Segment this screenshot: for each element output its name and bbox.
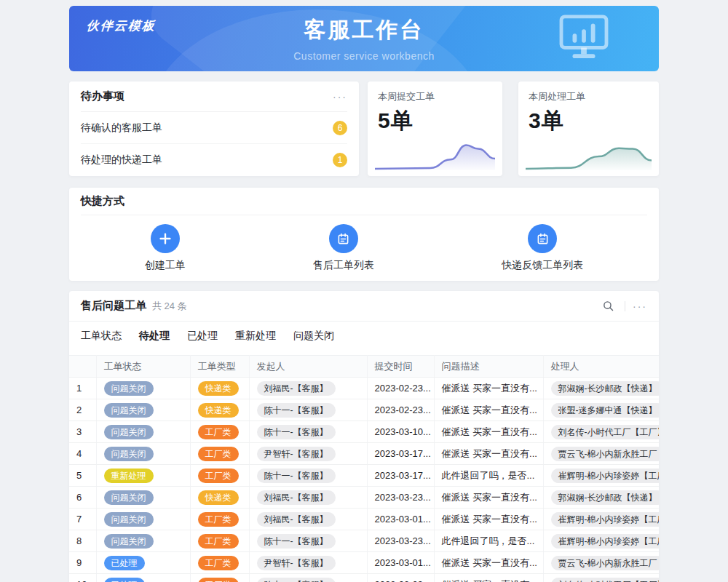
table-row[interactable]: 4问题关闭工厂类尹智轩-【客服】2023-03-17...催派送 买家一直没有.… (69, 443, 659, 465)
cell-description: 此件退回了吗，是否... (434, 465, 543, 487)
worklist-icon (528, 224, 557, 253)
todo-item[interactable]: 待处理的快递工单1 (81, 144, 347, 176)
cell-status: 已处理 (96, 552, 190, 574)
filter-option-重新处理[interactable]: 重新处理 (235, 330, 276, 341)
type-pill: 快递类 (198, 490, 239, 505)
person-pill: 尹智轩-【客服】 (257, 447, 336, 461)
type-pill: 工厂类 (198, 578, 239, 582)
person-pill: 刘名传-小时代工厂【工厂】 (551, 425, 660, 439)
column-header: 发起人 (249, 356, 367, 378)
worklist-icon (329, 224, 358, 253)
cell-creator: 陈十一-【客服】 (249, 421, 367, 443)
table-row[interactable]: 6问题关闭快递类刘福民-【客服】2023-03-23...催派送 买家一直没有.… (69, 487, 659, 509)
cell-description: 催派送 买家一直没有... (434, 378, 543, 399)
table-row[interactable]: 9已处理工厂类尹智轩-【客服】2023-03-01...催派送 买家一直没有..… (69, 552, 659, 574)
shortcut-快递反馈工单列表[interactable]: 快递反馈工单列表 (502, 224, 583, 272)
todo-item-label: 待处理的快递工单 (81, 154, 162, 167)
cell-status: 问题关闭 (96, 509, 190, 530)
person-pill: 崔辉明-棉小内珍姿婷【工厂】 (551, 469, 660, 483)
cell-description: 催派送 买家一直没有... (434, 552, 543, 574)
person-pill: 崔辉明-棉小内珍姿婷【工厂】 (551, 534, 660, 549)
stat-label: 本周处理工单 (529, 90, 649, 103)
todo-card: 待办事项 ··· 待确认的客服工单6待处理的快递工单1 (69, 81, 359, 176)
cell-handler: 刘名传-小时代工厂【工厂】 (543, 574, 659, 582)
row-index: 5 (69, 465, 96, 487)
worksheet-table: 工单状态工单类型发起人提交时间问题描述处理人 1问题关闭快递类刘福民-【客服】2… (69, 355, 659, 582)
table-row[interactable]: 10已处理工厂类陈十一-【客服】2023-03-09...催派送 买家一直没有.… (69, 574, 659, 582)
divider (625, 301, 625, 311)
cell-creator: 陈十一-【客服】 (249, 465, 367, 487)
trend-sparkline (526, 137, 652, 172)
cell-submit-time: 2023-03-23... (367, 530, 434, 552)
more-icon[interactable]: ··· (633, 301, 647, 311)
shortcut-label: 快递反馈工单列表 (502, 259, 583, 272)
status-pill: 已处理 (104, 578, 145, 582)
row-index: 10 (69, 574, 96, 582)
todo-card-header: 待办事项 ··· (81, 81, 347, 112)
person-pill: 张盟-迷多娜中通【快递】 (551, 403, 660, 418)
cell-status: 问题关闭 (96, 421, 190, 443)
status-pill: 问题关闭 (104, 381, 154, 396)
filter-option-待处理[interactable]: 待处理 (139, 330, 170, 341)
person-pill: 郭淑娴-长沙邮政【快递】 (551, 381, 660, 396)
table-row[interactable]: 7问题关闭工厂类刘福民-【客服】2023-03-01...催派送 买家一直没有.… (69, 509, 659, 530)
todo-card-title: 待办事项 (81, 89, 124, 103)
cell-status: 问题关闭 (96, 530, 190, 552)
plus-icon (151, 224, 180, 253)
person-pill: 陈十一-【客服】 (257, 403, 336, 418)
table-row[interactable]: 1问题关闭快递类刘福民-【客服】2023-02-23...催派送 买家一直没有.… (69, 378, 659, 399)
cell-handler: 刘名传-小时代工厂【工厂】 (543, 421, 659, 443)
column-header: 工单状态 (96, 356, 190, 378)
cell-type: 工厂类 (190, 421, 249, 443)
type-pill: 工厂类 (198, 556, 239, 570)
shortcuts-title: 快捷方式 (81, 194, 124, 208)
type-pill: 快递类 (198, 381, 239, 396)
cell-type: 快递类 (190, 378, 249, 399)
stat-card-processed: 本周处理工单 3单 (518, 81, 659, 176)
stat-card-submitted: 本周提交工单 5单 (368, 81, 502, 176)
shortcut-list: 创建工单 售后工单列表 快递反馈工单列表 (81, 215, 647, 281)
cell-submit-time: 2023-03-17... (367, 443, 434, 465)
row-index: 1 (69, 378, 96, 399)
cell-type: 快递类 (190, 487, 249, 509)
shortcut-创建工单[interactable]: 创建工单 (145, 224, 186, 272)
todo-item[interactable]: 待确认的客服工单6 (81, 112, 347, 144)
cell-type: 工厂类 (190, 530, 249, 552)
cell-handler: 贾云飞-棉小内新永胜工厂 (543, 552, 659, 574)
cell-description: 催派送 买家一直没有... (434, 399, 543, 421)
table-row[interactable]: 5重新处理工厂类陈十一-【客服】2023-03-17...此件退回了吗，是否..… (69, 465, 659, 487)
cell-description: 催派送 买家一直没有... (434, 509, 543, 530)
cell-type: 工厂类 (190, 552, 249, 574)
cell-creator: 陈十一-【客服】 (249, 574, 367, 582)
type-pill: 工厂类 (198, 512, 239, 527)
page-subtitle: Customer service workbench (293, 50, 435, 62)
cell-description: 催派送 买家一直没有... (434, 421, 543, 443)
person-pill: 贾云飞-棉小内新永胜工厂 (551, 556, 660, 570)
shortcut-label: 售后工单列表 (313, 259, 374, 272)
status-pill: 问题关闭 (104, 534, 154, 549)
shortcut-label: 创建工单 (145, 259, 186, 272)
table-header-row: 工单状态工单类型发起人提交时间问题描述处理人 (69, 356, 659, 378)
more-icon[interactable]: ··· (333, 92, 347, 102)
stat-value: 5单 (378, 106, 492, 136)
todo-item-label: 待确认的客服工单 (81, 121, 162, 135)
search-icon[interactable] (599, 297, 617, 315)
table-row[interactable]: 2问题关闭快递类陈十一-【客服】2023-02-23...催派送 买家一直没有.… (69, 399, 659, 421)
table-row[interactable]: 3问题关闭工厂类陈十一-【客服】2023-03-10...催派送 买家一直没有.… (69, 421, 659, 443)
cell-status: 问题关闭 (96, 378, 190, 399)
row-index: 7 (69, 509, 96, 530)
filter-option-已处理[interactable]: 已处理 (187, 330, 218, 341)
brand-logo: 伙伴云模板 (86, 17, 157, 34)
person-pill: 刘福民-【客服】 (257, 512, 336, 527)
cell-handler: 崔辉明-棉小内珍姿婷【工厂】 (543, 509, 659, 530)
column-header: 提交时间 (367, 356, 434, 378)
shortcut-售后工单列表[interactable]: 售后工单列表 (313, 224, 374, 272)
cell-handler: 郭淑娴-长沙邮政【快递】 (543, 487, 659, 509)
cell-description: 此件退回了吗，是否... (434, 530, 543, 552)
row-index: 2 (69, 399, 96, 421)
table-row[interactable]: 8问题关闭工厂类陈十一-【客服】2023-03-23...此件退回了吗，是否..… (69, 530, 659, 552)
shortcuts-card: 快捷方式 创建工单 售后工单列表 快递反馈工单列表 (69, 188, 659, 281)
filter-options: 待处理已处理重新处理问题关闭 (139, 330, 352, 343)
column-header-index (69, 356, 96, 378)
filter-option-问题关闭[interactable]: 问题关闭 (293, 330, 334, 341)
